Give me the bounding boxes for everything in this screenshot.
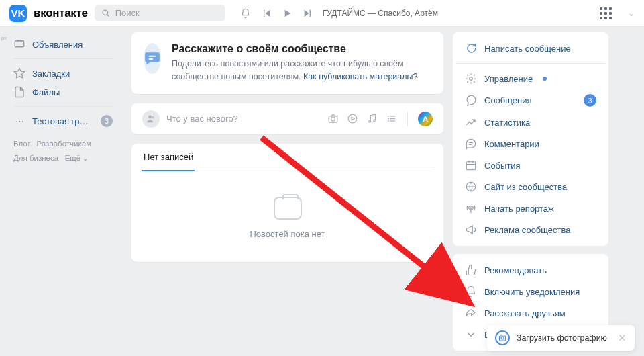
svg-point-11 — [374, 120, 376, 122]
next-track-icon[interactable] — [303, 8, 313, 19]
side-item-website[interactable]: Сайт из сообщества — [455, 176, 606, 197]
close-icon[interactable]: ✕ — [618, 332, 627, 344]
globe-icon — [465, 181, 477, 193]
action-recommend[interactable]: Рекомендовать — [455, 259, 606, 281]
notification-dot — [543, 77, 547, 81]
separator — [455, 63, 606, 64]
svg-rect-3 — [149, 56, 156, 57]
empty-text: Новостей пока нет — [142, 229, 433, 239]
svg-point-0 — [103, 10, 108, 15]
thumb-icon — [465, 264, 477, 276]
side-item-comments[interactable]: Комментарии — [455, 133, 606, 154]
svg-point-9 — [348, 114, 357, 123]
nav-item-ads[interactable]: Объявления — [9, 35, 117, 54]
nav-separator — [13, 58, 113, 59]
calendar-icon — [465, 159, 477, 171]
link-more[interactable]: Ещё — [65, 154, 81, 162]
side-label: Начать репортаж — [484, 204, 554, 214]
bubble-icon — [465, 95, 477, 107]
tell-subtitle: Поделитесь новостями или расскажите что-… — [172, 58, 431, 83]
side-item-messages[interactable]: Сообщения 3 — [455, 89, 606, 112]
empty-state: Новостей пока нет — [142, 171, 433, 262]
side-label: Комментарии — [484, 139, 539, 149]
svg-point-10 — [369, 120, 371, 122]
left-sidebar: Объявления Закладки Файлы ⋯ Тестовая гру… — [0, 32, 119, 356]
side-label: Включить уведомления — [484, 287, 580, 297]
apps-icon[interactable] — [600, 7, 612, 19]
nav-item-group[interactable]: ⋯ Тестовая гру... 3 — [9, 112, 117, 130]
account-chevron-icon[interactable]: ⌄ — [628, 9, 635, 18]
play-icon[interactable] — [282, 8, 292, 19]
side-card-main: Написать сообщение Управление Сообщения … — [453, 32, 608, 246]
bell-icon[interactable] — [240, 8, 251, 19]
side-item-reportage[interactable]: Начать репортаж — [455, 197, 606, 219]
compose-card[interactable]: Что у вас нового? А — [131, 103, 443, 134]
link-blog[interactable]: Блог — [13, 140, 30, 148]
compose-placeholder: Что у вас нового? — [166, 114, 321, 124]
side-label: Управление — [484, 74, 533, 84]
side-label: Рассказать друзьям — [484, 308, 566, 318]
svg-point-8 — [331, 117, 335, 121]
write-message-button[interactable]: Написать сообщение — [455, 38, 606, 59]
speech-icon — [144, 43, 161, 74]
bell-icon — [465, 285, 477, 298]
nav-item-bookmarks[interactable]: Закладки — [9, 64, 117, 83]
trend-icon — [465, 116, 477, 128]
link-devs[interactable]: Разработчикам — [36, 140, 91, 148]
action-share[interactable]: Рассказать друзьям — [455, 302, 606, 324]
share-icon — [465, 307, 477, 319]
search-placeholder: Поиск — [115, 8, 140, 18]
side-item-events[interactable]: События — [455, 154, 606, 176]
messages-badge: 3 — [584, 94, 596, 107]
svg-point-6 — [152, 116, 154, 119]
logo-badge[interactable]: VK — [9, 5, 27, 22]
video-icon[interactable] — [347, 113, 358, 124]
chevron-down-icon — [465, 328, 477, 341]
footer-links: Блог Разработчикам Для бизнеса Ещё ⌄ — [9, 130, 117, 171]
nav-label: Тестовая гру... — [32, 116, 90, 126]
now-playing[interactable]: ГУДТАЙМС — Спасибо, Артём — [323, 9, 438, 18]
side-item-ads[interactable]: Реклама сообщества — [455, 219, 606, 240]
comments-icon — [465, 138, 477, 150]
side-label: Статистика — [484, 118, 530, 128]
center-column: Расскажите о своём сообществе Поделитесь… — [131, 32, 443, 356]
action-notify[interactable]: Включить уведомления — [455, 281, 606, 302]
gear-icon — [465, 73, 477, 85]
side-item-manage[interactable]: Управление — [455, 68, 606, 89]
side-label: Реклама сообщества — [484, 225, 571, 235]
article-icon[interactable] — [386, 113, 397, 124]
prev-track-icon[interactable] — [261, 8, 272, 19]
search-input[interactable]: Поиск — [95, 5, 225, 21]
link-biz[interactable]: Для бизнеса — [13, 154, 58, 162]
tabs-row: Нет записей — [142, 144, 433, 171]
user-avatar[interactable]: А — [418, 112, 433, 126]
music-icon[interactable] — [366, 113, 378, 124]
empty-icon — [274, 197, 302, 220]
nav-label: Объявления — [32, 40, 83, 50]
topbar: VK вконтакте Поиск ГУДТАЙМС — Спасибо, А… — [0, 0, 644, 27]
side-label: Рекомендовать — [484, 265, 547, 275]
search-icon — [101, 9, 111, 18]
separator — [407, 112, 408, 126]
side-label: События — [484, 161, 521, 171]
right-sidebar: Написать сообщение Управление Сообщения … — [453, 32, 608, 356]
nav-badge: 3 — [101, 115, 113, 127]
upload-photo-toast[interactable]: Загрузить фотографию ✕ — [487, 325, 635, 351]
toast-label: Загрузить фотографию — [517, 333, 607, 343]
file-icon — [13, 86, 25, 98]
camera-icon[interactable] — [327, 113, 339, 124]
tell-about-card: Расскажите о своём сообществе Поделитесь… — [131, 32, 443, 94]
svg-point-15 — [470, 207, 472, 209]
svg-rect-4 — [149, 58, 154, 60]
megaphone-icon — [13, 38, 25, 50]
chat-icon — [465, 42, 477, 54]
nav-item-files[interactable]: Файлы — [9, 83, 117, 101]
side-item-stats[interactable]: Статистика — [455, 112, 606, 133]
svg-rect-13 — [466, 162, 476, 170]
side-label: Сайт из сообщества — [484, 182, 567, 192]
nav-label: Закладки — [32, 69, 70, 79]
tab-no-posts[interactable]: Нет записей — [142, 144, 195, 171]
svg-point-12 — [470, 77, 473, 81]
logo-text[interactable]: вконтакте — [34, 7, 88, 20]
how-to-publish-link[interactable]: Как публиковать материалы? — [303, 72, 418, 81]
